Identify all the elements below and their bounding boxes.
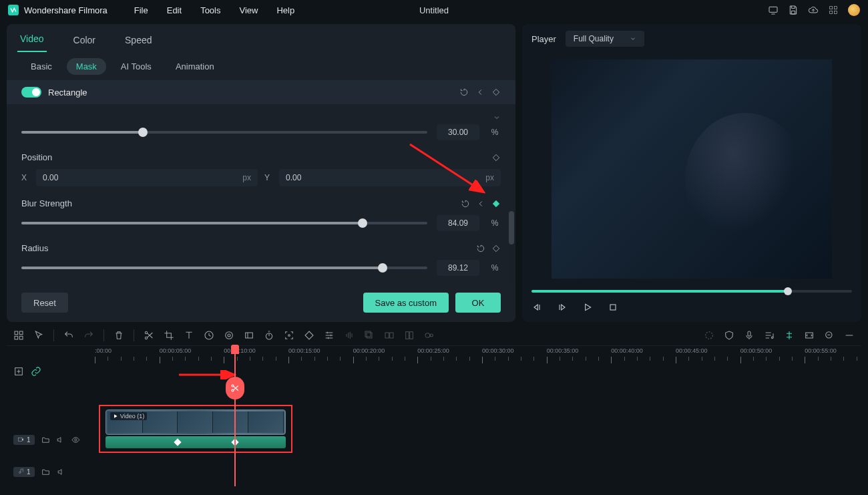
folder-icon[interactable] [41,436,50,444]
mute-icon[interactable] [56,436,65,444]
chevron-down-icon [630,35,636,42]
video-preview[interactable] [552,59,832,279]
ok-button[interactable]: OK [455,293,501,313]
slider-1[interactable] [21,131,427,134]
zoom-slider-icon[interactable] [844,330,855,341]
audio-track-badge: 1 [13,467,35,477]
ruler-timecode: 00:00:50:00 [740,347,773,354]
eye-icon[interactable] [71,436,80,444]
panel-scrollbar[interactable] [509,211,514,285]
subtab-mask[interactable]: Mask [67,58,106,75]
radius-reset-icon[interactable] [476,244,485,253]
rect-icon[interactable] [244,330,254,341]
video-tiny-icon [17,436,24,443]
slider-1-unit: % [489,128,501,137]
menu-edit[interactable]: Edit [167,5,182,15]
shield-icon[interactable] [724,330,734,341]
svg-rect-21 [365,331,371,337]
tab-video[interactable]: Video [17,27,47,52]
screen-icon[interactable] [768,5,779,15]
playhead[interactable] [234,346,236,486]
link-icon[interactable] [31,366,41,377]
undo-icon[interactable] [63,330,74,341]
group-icon[interactable] [364,330,375,341]
marker-icon[interactable] [784,330,795,341]
music-list-icon[interactable] [764,330,775,341]
keyframe-prev-icon[interactable] [475,88,485,97]
mic-icon[interactable] [744,330,754,341]
radius-slider[interactable] [21,267,427,269]
record-icon[interactable] [424,330,435,341]
scissor-icon[interactable] [226,377,244,399]
tool-9-icon[interactable] [404,330,415,341]
next-frame-icon[interactable] [557,302,568,313]
prev-frame-icon[interactable] [531,302,542,313]
audio-icon[interactable] [344,330,355,341]
cloud-upload-icon[interactable] [808,5,819,15]
timeline-ruler[interactable]: :00:0000:00:05:0000:00:10:0000:00:15:000… [87,346,861,363]
split-icon[interactable] [144,330,154,341]
pos-x-input[interactable]: 0.00 px [36,169,258,186]
folder-icon[interactable] [41,468,50,476]
blur-slider[interactable] [21,222,427,224]
fit-icon[interactable] [804,330,815,341]
timeline-track-headers: 1 1 [7,346,87,486]
section-toggle[interactable] [21,87,41,98]
video-track-header: 1 [7,420,87,460]
blur-reset-icon[interactable] [461,199,470,208]
text-icon[interactable] [184,330,194,341]
save-as-custom-button[interactable]: Save as custom [363,293,449,313]
reset-button[interactable]: Reset [21,293,68,313]
redo-icon[interactable] [83,330,94,341]
menu-view[interactable]: View [239,5,258,15]
menu-file[interactable]: File [134,5,148,15]
tab-color[interactable]: Color [71,28,98,52]
user-avatar[interactable] [848,4,860,16]
cursor-icon[interactable] [33,330,44,341]
keyframe-diamond-icon[interactable] [491,88,501,97]
video-clip[interactable]: Video (1) [105,409,286,435]
preview-progress[interactable] [531,290,852,293]
chevron-down-icon[interactable] [493,114,501,122]
tool-8-icon[interactable] [384,330,395,341]
subtab-basic[interactable]: Basic [21,58,61,75]
focus-icon[interactable] [284,330,294,341]
color-icon[interactable] [224,330,234,341]
blur-keyframe-prev-icon[interactable] [476,199,485,208]
section-name: Rectangle [48,88,459,98]
menu-help[interactable]: Help [276,5,294,15]
menu-tools[interactable]: Tools [200,5,220,15]
blur-keyframe-active-icon[interactable] [491,199,501,208]
mute-icon[interactable] [57,468,65,476]
reset-icon[interactable] [459,88,469,97]
timer-icon[interactable] [264,330,274,341]
blur-value[interactable]: 84.09 [437,215,479,231]
delete-icon[interactable] [114,330,124,341]
stop-icon[interactable] [608,302,618,313]
add-track-icon[interactable] [13,366,24,377]
app-logo-icon [8,5,19,15]
position-keyframe-icon[interactable] [491,153,501,162]
quality-select[interactable]: Full Quality [566,31,644,47]
crop-icon[interactable] [164,330,174,341]
apps-grid-icon[interactable] [828,5,839,15]
ruler-timecode: 00:00:10:00 [224,347,256,354]
clip-label: Video (1) [110,412,147,420]
timeline-tracks[interactable]: :00:0000:00:05:0000:00:10:0000:00:15:000… [87,346,861,486]
properties-panel: Video Color Speed Basic Mask AI Tools An… [7,24,515,322]
subtab-animation[interactable]: Animation [166,58,224,75]
subtab-ai-tools[interactable]: AI Tools [112,58,161,75]
tab-speed[interactable]: Speed [122,28,154,52]
keyframe-strip[interactable] [105,436,286,448]
radius-keyframe-icon[interactable] [491,244,501,253]
play-icon[interactable] [582,302,593,313]
speed-icon[interactable] [204,330,214,341]
radius-value[interactable]: 89.12 [437,260,479,276]
keyframe-tool-icon[interactable] [304,330,314,341]
zoom-out-icon[interactable] [824,330,835,341]
slider-1-value[interactable]: 30.00 [437,124,479,140]
apps-icon[interactable] [13,330,24,341]
adjust-icon[interactable] [324,330,335,341]
loading-icon[interactable] [704,330,714,341]
save-icon[interactable] [788,5,799,15]
